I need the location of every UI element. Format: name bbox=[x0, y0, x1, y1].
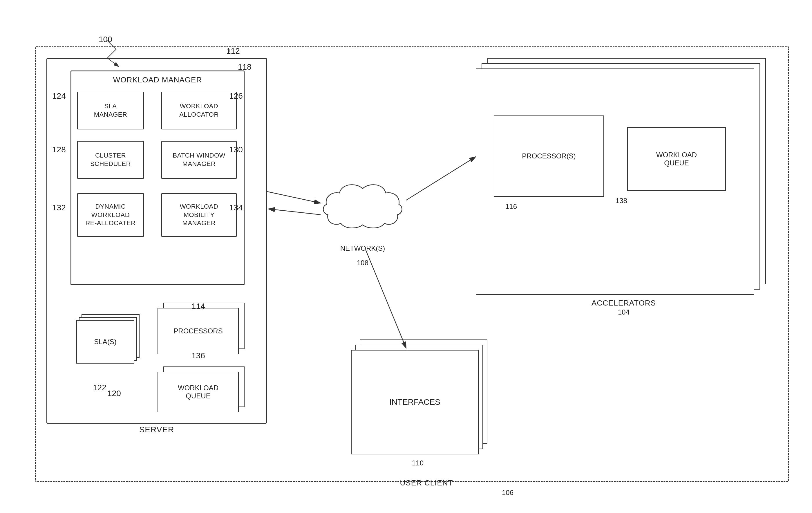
acc-processor-label: PROCESSOR(S) bbox=[522, 152, 576, 160]
processors-front: PROCESSORS bbox=[157, 308, 239, 354]
dynamic-workload-box: DYNAMICWORKLOADRE-ALLOCATER bbox=[77, 193, 144, 237]
server-wq-front: WORKLOADQUEUE bbox=[157, 372, 239, 412]
acc-wq-box: WORKLOADQUEUE bbox=[627, 127, 726, 191]
ref-122-label: 122 bbox=[93, 383, 107, 392]
cluster-scheduler-label: CLUSTERSCHEDULER bbox=[90, 151, 131, 168]
ref-104: 104 bbox=[618, 308, 630, 316]
accelerators-label: ACCELERATORS bbox=[591, 298, 656, 308]
user-client-label: USER CLIENT bbox=[400, 479, 453, 487]
server-block: SERVER WORKLOAD MANAGER SLAMANAGER WORKL… bbox=[47, 58, 267, 424]
dynamic-workload-label: DYNAMICWORKLOADRE-ALLOCATER bbox=[85, 202, 136, 227]
network-cloud: NETWORK(S) 108 bbox=[319, 180, 406, 255]
ref-136-label: 136 bbox=[192, 351, 205, 360]
sla-manager-box: SLAMANAGER bbox=[77, 92, 144, 130]
user-client-region: INTERFACES 110 USER CLIENT 106 bbox=[337, 331, 516, 476]
ref-120-label: 120 bbox=[107, 389, 121, 398]
int-layer1: INTERFACES bbox=[351, 350, 479, 454]
ref-138: 138 bbox=[616, 197, 627, 205]
ref-124-label: 124 bbox=[52, 91, 66, 101]
processors-stack: PROCESSORS bbox=[157, 303, 256, 361]
processors-label: PROCESSORS bbox=[173, 327, 223, 335]
network-label: NETWORK(S) bbox=[340, 244, 385, 252]
interfaces-label: INTERFACES bbox=[389, 398, 440, 407]
sla-manager-label: SLAMANAGER bbox=[94, 102, 127, 119]
server-wq-stack: WORKLOADQUEUE bbox=[157, 367, 256, 419]
ref-114-label: 114 bbox=[192, 302, 205, 311]
workload-manager-block: WORKLOAD MANAGER SLAMANAGER WORKLOADALLO… bbox=[70, 70, 244, 285]
acc-layer1: PROCESSOR(S) WORKLOADQUEUE 116 138 bbox=[476, 68, 754, 295]
interfaces-stack: INTERFACES bbox=[351, 340, 496, 456]
ref-106: 106 bbox=[502, 489, 514, 497]
workload-allocator-box: WORKLOADALLOCATOR bbox=[161, 92, 237, 130]
sla-stack: SLA(S) bbox=[76, 314, 146, 367]
ref-132-label: 132 bbox=[52, 203, 66, 212]
server-label: SERVER bbox=[139, 425, 174, 434]
ref-116: 116 bbox=[505, 202, 517, 211]
cloud-svg bbox=[319, 180, 406, 244]
batch-window-manager-box: BATCH WINDOWMANAGER bbox=[161, 141, 237, 179]
ref-108: 108 bbox=[357, 259, 369, 267]
workload-allocator-label: WORKLOADALLOCATOR bbox=[179, 102, 219, 119]
ref-126-label: 126 bbox=[229, 91, 243, 101]
cluster-scheduler-box: CLUSTERSCHEDULER bbox=[77, 141, 144, 179]
ref-128-label: 128 bbox=[52, 145, 66, 154]
diagram-container: 100 112 SERVER WORKLOAD MANAGER SLAMANAG… bbox=[18, 18, 795, 499]
sla-label: SLA(S) bbox=[94, 338, 116, 346]
ref-100: 100 bbox=[99, 35, 112, 44]
ref-118-label: 118 bbox=[238, 62, 252, 72]
acc-wq-label: WORKLOADQUEUE bbox=[656, 151, 697, 167]
sla-front: SLA(S) bbox=[76, 320, 134, 364]
workload-mobility-box: WORKLOADMOBILITYMANAGER bbox=[161, 193, 237, 237]
server-wq-label: WORKLOADQUEUE bbox=[178, 384, 219, 400]
ref-134-label: 134 bbox=[229, 203, 243, 212]
ref-110: 110 bbox=[412, 459, 424, 467]
workload-manager-label: WORKLOAD MANAGER bbox=[113, 76, 202, 84]
workload-mobility-label: WORKLOADMOBILITYMANAGER bbox=[180, 202, 218, 227]
acc-processor-box: PROCESSOR(S) bbox=[494, 115, 604, 197]
accelerators-region: PROCESSOR(S) WORKLOADQUEUE 116 138 ACCEL… bbox=[476, 58, 772, 296]
ref-130-label: 130 bbox=[229, 145, 243, 154]
batch-window-manager-label: BATCH WINDOWMANAGER bbox=[173, 151, 225, 168]
